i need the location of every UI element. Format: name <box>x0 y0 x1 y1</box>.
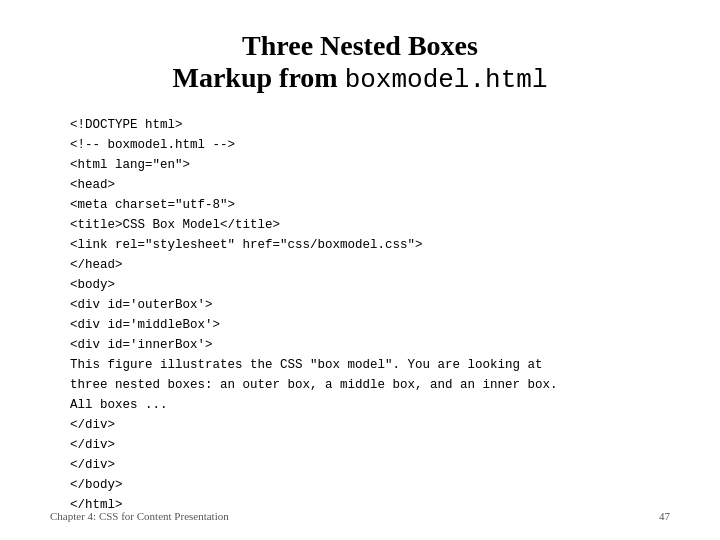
title-line1: Three Nested Boxes <box>50 30 670 62</box>
code-line: </body> <box>70 475 670 495</box>
code-line: <head> <box>70 175 670 195</box>
code-line: <!-- boxmodel.html --> <box>70 135 670 155</box>
code-line: </div> <box>70 415 670 435</box>
code-line: <html lang="en"> <box>70 155 670 175</box>
footer: Chapter 4: CSS for Content Presentation … <box>0 510 720 522</box>
code-line: </div> <box>70 435 670 455</box>
code-line: <div id='outerBox'> <box>70 295 670 315</box>
code-line: three nested boxes: an outer box, a midd… <box>70 375 670 395</box>
code-line: <title>CSS Box Model</title> <box>70 215 670 235</box>
code-line: <div id='innerBox'> <box>70 335 670 355</box>
footer-page-number: 47 <box>659 510 670 522</box>
code-block: <!DOCTYPE html><!-- boxmodel.html --><ht… <box>50 115 670 515</box>
title-line2: Markup from boxmodel.html <box>50 62 670 95</box>
code-line: <!DOCTYPE html> <box>70 115 670 135</box>
title-area: Three Nested Boxes Markup from boxmodel.… <box>50 30 670 95</box>
code-line: </head> <box>70 255 670 275</box>
code-line: <link rel="stylesheet" href="css/boxmode… <box>70 235 670 255</box>
code-line: <body> <box>70 275 670 295</box>
footer-chapter: Chapter 4: CSS for Content Presentation <box>50 510 229 522</box>
code-line: <meta charset="utf-8"> <box>70 195 670 215</box>
code-line: All boxes ... <box>70 395 670 415</box>
code-line: This figure illustrates the CSS "box mod… <box>70 355 670 375</box>
title-line2-mono: boxmodel.html <box>345 65 548 95</box>
slide-container: Three Nested Boxes Markup from boxmodel.… <box>0 0 720 540</box>
title-line2-prefix: Markup from <box>173 62 345 93</box>
code-line: </div> <box>70 455 670 475</box>
code-line: <div id='middleBox'> <box>70 315 670 335</box>
